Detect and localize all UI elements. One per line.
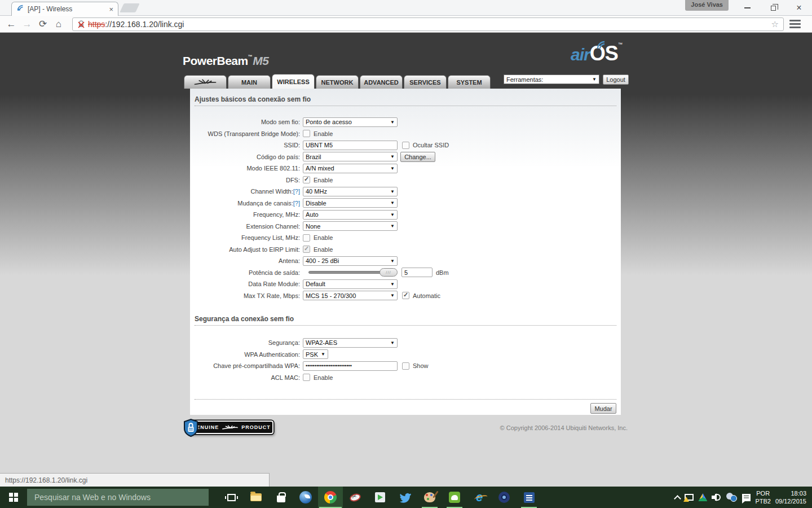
profile-name-chip[interactable]: José Vivas bbox=[685, 0, 729, 11]
wireless-mode-select[interactable]: Ponto de acesso▼ bbox=[303, 117, 398, 127]
thunderbird-button[interactable] bbox=[293, 487, 318, 508]
country-select[interactable]: Brazil▼ bbox=[303, 152, 398, 161]
window-minimize-button[interactable] bbox=[734, 0, 760, 16]
home-button[interactable]: ⌂ bbox=[51, 19, 67, 30]
row-security: Segurança: WPA2-AES▼ bbox=[195, 337, 616, 349]
document-app-icon bbox=[524, 492, 535, 503]
evernote-button[interactable] bbox=[442, 487, 467, 508]
google-drive-icon[interactable] bbox=[698, 493, 707, 501]
change-submit-button[interactable]: Mudar bbox=[590, 403, 616, 414]
channel-width-help-link[interactable]: [?] bbox=[293, 188, 300, 195]
tab-wireless[interactable]: WIRELESS bbox=[272, 74, 315, 89]
tab-network[interactable]: NETWORK bbox=[316, 75, 359, 89]
action-center-icon[interactable] bbox=[742, 494, 751, 501]
tab-close-icon[interactable]: × bbox=[109, 5, 113, 14]
file-explorer-button[interactable] bbox=[244, 487, 268, 508]
url-text: ://192.168.1.20/link.cgi bbox=[105, 20, 184, 29]
channel-shifting-select[interactable]: Disable▼ bbox=[303, 198, 398, 208]
snipping-tool-icon bbox=[348, 492, 361, 503]
slider-handle[interactable] bbox=[379, 268, 398, 277]
row-dfs: DFS: Enable bbox=[195, 174, 616, 186]
row-wpa-preshared-key: Chave pré-compartilhada WPA: Show bbox=[195, 360, 616, 372]
powerbeam-logo: PowerBeam™M5 bbox=[183, 54, 268, 68]
show-key-checkbox[interactable] bbox=[402, 362, 409, 370]
wpa-authentication-select[interactable]: PSK▼ bbox=[303, 349, 328, 359]
tools-select[interactable]: Ferramentas:▼ bbox=[504, 75, 599, 84]
frequency-list-checkbox[interactable] bbox=[303, 234, 310, 242]
wds-enable-checkbox[interactable] bbox=[303, 130, 310, 137]
refresh-button[interactable]: ⟳ bbox=[35, 18, 51, 30]
folder-icon bbox=[250, 493, 262, 501]
browser-titlebar: [AP] - Wireless × José Vivas × bbox=[0, 0, 812, 16]
window-restore-button[interactable] bbox=[760, 0, 786, 16]
search-placeholder: Pesquisar na Web e no Windows bbox=[34, 493, 151, 502]
address-bar[interactable]: https://192.168.1.20/link.cgi ☆ bbox=[72, 17, 784, 31]
favicon-wireless-icon bbox=[16, 4, 24, 14]
clock[interactable]: 18:03 09/12/2015 bbox=[775, 489, 806, 506]
sync-icon[interactable] bbox=[726, 493, 738, 502]
dfs-enable-checkbox[interactable] bbox=[303, 176, 310, 183]
ssid-input[interactable] bbox=[303, 141, 398, 150]
dropdown-arrow-icon: ▼ bbox=[390, 166, 395, 171]
channel-width-select[interactable]: 40 MHz▼ bbox=[303, 187, 398, 196]
security-select[interactable]: WPA2-AES▼ bbox=[303, 338, 398, 348]
row-ieee-mode: Modo IEEE 802.11: A/N mixed▼ bbox=[195, 163, 616, 174]
output-power-slider[interactable] bbox=[303, 268, 398, 277]
windows-store-button[interactable] bbox=[268, 487, 293, 508]
snipping-tool-button[interactable] bbox=[343, 487, 368, 508]
row-eirp-limit: Auto Adjust to EIRP Limit: Enable bbox=[195, 244, 616, 256]
row-ssid: SSID: Ocultar SSID bbox=[195, 139, 616, 151]
volume-icon[interactable] bbox=[712, 493, 722, 501]
taskbar-search-box[interactable]: Pesquisar na Web e no Windows bbox=[27, 489, 209, 506]
row-wpa-authentication: WPA Authentication: PSK▼ bbox=[195, 349, 616, 361]
new-tab-button[interactable] bbox=[120, 3, 139, 12]
twitter-button[interactable] bbox=[392, 487, 417, 508]
change-country-button[interactable]: Change... bbox=[400, 152, 435, 162]
hide-ssid-checkbox[interactable] bbox=[402, 142, 409, 149]
internet-explorer-button[interactable]: e bbox=[467, 487, 492, 508]
tray-chevron-icon[interactable] bbox=[674, 495, 682, 502]
bookmark-star-icon[interactable]: ☆ bbox=[771, 19, 779, 29]
ieee-mode-select[interactable]: A/N mixed▼ bbox=[303, 164, 398, 173]
back-button[interactable]: ← bbox=[3, 19, 19, 30]
tab-main[interactable]: MAIN bbox=[228, 75, 271, 89]
network-warning-icon[interactable] bbox=[685, 494, 694, 501]
forward-button[interactable]: → bbox=[19, 19, 35, 30]
genuine-shield-lock-icon bbox=[183, 419, 198, 437]
tab-system[interactable]: SYSTEM bbox=[448, 75, 491, 89]
row-wireless-mode: Modo sem fio: Ponto de acesso▼ bbox=[195, 116, 616, 128]
antenna-select[interactable]: 400 - 25 dBi▼ bbox=[303, 256, 398, 266]
paint-button[interactable] bbox=[417, 487, 442, 508]
chrome-menu-icon[interactable] bbox=[789, 20, 801, 28]
browser-tab[interactable]: [AP] - Wireless × bbox=[11, 2, 118, 16]
tab-services[interactable]: SERVICES bbox=[404, 75, 447, 89]
dropdown-arrow-icon: ▼ bbox=[390, 120, 395, 125]
genuine-product-badge: GENUINE PRODUCT bbox=[183, 419, 275, 437]
output-power-input[interactable] bbox=[401, 268, 433, 277]
start-button[interactable] bbox=[0, 487, 27, 508]
language-indicator[interactable]: POR PTB2 bbox=[755, 489, 771, 506]
logout-button[interactable]: Logout bbox=[603, 75, 629, 85]
eirp-limit-checkbox[interactable] bbox=[303, 246, 310, 253]
task-view-button[interactable] bbox=[219, 487, 244, 508]
automatic-checkbox[interactable] bbox=[402, 292, 409, 299]
copyright-text: © Copyright 2006-2014 Ubiquiti Networks,… bbox=[500, 424, 628, 431]
frequency-select[interactable]: Auto▼ bbox=[303, 210, 398, 220]
row-wds: WDS (Transparent Bridge Mode): Enable bbox=[195, 128, 616, 140]
data-rate-module-select[interactable]: Default▼ bbox=[303, 279, 398, 289]
tab-advanced[interactable]: ADVANCED bbox=[360, 75, 403, 89]
tab-ubiquiti-home[interactable] bbox=[184, 75, 227, 89]
acl-mac-checkbox[interactable] bbox=[303, 374, 310, 381]
extension-channel-select[interactable]: None▼ bbox=[303, 221, 398, 231]
window-close-button[interactable]: × bbox=[786, 0, 812, 16]
channel-shifting-help-link[interactable]: [?] bbox=[293, 200, 300, 207]
image-viewer-button[interactable] bbox=[492, 487, 517, 508]
wpa-preshared-key-input[interactable] bbox=[303, 361, 398, 371]
dropdown-arrow-icon: ▼ bbox=[592, 77, 597, 82]
chrome-button[interactable] bbox=[318, 487, 343, 508]
max-tx-rate-select[interactable]: MCS 15 - 270/300▼ bbox=[303, 291, 398, 300]
download-manager-button[interactable] bbox=[368, 487, 392, 508]
store-bag-icon bbox=[277, 496, 285, 502]
broken-https-lock-icon[interactable] bbox=[77, 20, 85, 28]
document-app-button[interactable] bbox=[517, 487, 541, 508]
